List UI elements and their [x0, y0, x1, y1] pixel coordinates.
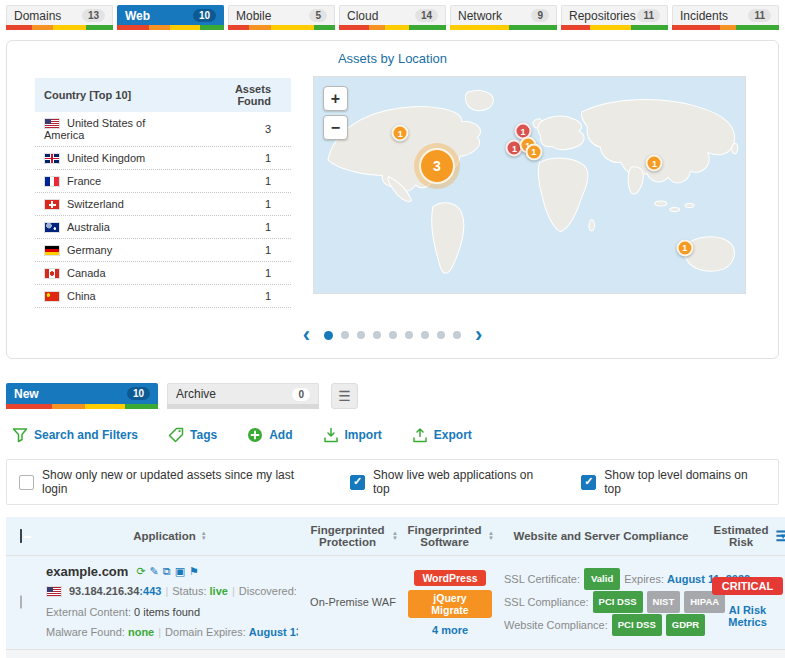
port-link[interactable]: 443 [139, 585, 161, 597]
country-row[interactable]: United Kingdom1 [35, 147, 291, 170]
column-header-estimated-risk[interactable]: Estimated Risk▼ ☰ [704, 517, 785, 556]
sort-icon[interactable]: ▲▼ [392, 531, 398, 541]
tab-label: New [14, 387, 39, 401]
export-button[interactable]: Export [412, 427, 472, 443]
country-flag-icon [44, 176, 60, 187]
risk-distribution-bar [450, 25, 557, 30]
export-icon [412, 427, 428, 443]
tab-repositories[interactable]: Repositories11 [561, 5, 668, 30]
software-badge[interactable]: WordPress [414, 570, 485, 586]
country-row[interactable]: Switzerland1 [35, 193, 291, 216]
carousel-dot[interactable] [341, 331, 349, 339]
edit-icon[interactable]: ✎ [150, 566, 159, 577]
external-content-value: 0 items found [134, 606, 200, 618]
tab-count-badge: 13 [82, 9, 105, 22]
select-all-checkbox[interactable] [20, 529, 22, 543]
carousel-dot[interactable] [324, 331, 333, 340]
column-header-fingerprinted-software[interactable]: Fingerprinted Software▲▼ [402, 517, 498, 556]
domain-expires-label: Domain Expires: [165, 626, 246, 638]
carousel-dot[interactable] [405, 331, 413, 339]
panel-title: Assets by Location [7, 49, 778, 76]
filter-new-updated-assets[interactable]: Show only new or updated assets since my… [19, 468, 320, 496]
cert-expires-label: Expires: [624, 573, 664, 585]
country-name: United Kingdom [67, 152, 145, 164]
tab-label: Mobile [236, 9, 271, 23]
tags-button[interactable]: Tags [168, 427, 217, 443]
carousel-next-icon[interactable]: › [475, 324, 482, 346]
tab-mobile[interactable]: Mobile5 [228, 5, 335, 30]
country-asset-count: 1 [192, 170, 291, 193]
copy-icon[interactable]: ⧉ [163, 566, 171, 577]
column-header-application[interactable]: Application▲▼ [36, 517, 304, 556]
tab-archive[interactable]: Archive0 [167, 383, 319, 409]
country-row[interactable]: Germany1 [35, 239, 291, 262]
import-button[interactable]: Import [323, 427, 382, 443]
carousel-prev-icon[interactable]: ‹ [303, 324, 310, 346]
zoom-out-button[interactable]: − [323, 115, 348, 140]
checkbox[interactable] [19, 475, 34, 490]
tab-label: Incidents [680, 9, 728, 23]
filter-label: Show live web applications on top [373, 468, 551, 496]
add-button[interactable]: Add [247, 427, 292, 443]
compliance-badge: PCI DSS [593, 591, 643, 613]
column-label: Website and Server Compliance [514, 530, 689, 542]
compliance-cell: SSL Certificate:InvalidExpires: April 14… [498, 649, 704, 658]
filter-label: Show only new or updated assets since my… [42, 468, 320, 496]
country-flag-icon [44, 268, 60, 279]
map-marker[interactable]: 1 [392, 125, 409, 142]
tab-network[interactable]: Network9 [450, 5, 557, 30]
filter-live-web-apps-on-top[interactable]: Show live web applications on top [350, 468, 551, 496]
estimated-risk-cell: CRITICAL AI Risk Metrics [704, 649, 785, 658]
column-label: Fingerprinted Software [406, 524, 483, 548]
carousel-dot[interactable] [357, 331, 365, 339]
country-row[interactable]: United States of America3 [35, 112, 291, 147]
map-marker[interactable]: 1 [646, 155, 663, 172]
asset-name[interactable]: example.com [46, 564, 128, 579]
tab-label: Domains [14, 9, 61, 23]
list-menu-button[interactable]: ☰ [331, 383, 358, 409]
country-row[interactable]: France1 [35, 170, 291, 193]
search-and-filters-button[interactable]: Search and Filters [12, 427, 138, 443]
risk-distribution-bar [117, 25, 224, 30]
software-badge[interactable]: jQuery Migrate [408, 590, 492, 618]
carousel-dot[interactable] [389, 331, 397, 339]
filter-top-level-domains-on-top[interactable]: Show top level domains on top [581, 468, 766, 496]
carousel-dot[interactable] [421, 331, 429, 339]
status-value: live [210, 585, 228, 597]
carousel-dot[interactable] [437, 331, 445, 339]
more-software-link[interactable]: 4 more [408, 624, 492, 636]
map-marker[interactable]: 3 [419, 148, 455, 184]
map-marker[interactable]: 1 [525, 143, 542, 160]
column-settings-icon[interactable]: ☰ [775, 528, 785, 544]
sort-icon[interactable]: ▲▼ [201, 531, 207, 541]
zoom-in-button[interactable]: + [323, 86, 348, 111]
checkbox[interactable] [581, 475, 596, 490]
tab-new[interactable]: New10 [6, 383, 158, 409]
tag-icon[interactable]: ⚑ [189, 566, 199, 577]
risk-badge[interactable]: CRITICAL [712, 577, 783, 595]
carousel-dot[interactable] [373, 331, 381, 339]
country-row[interactable]: Canada1 [35, 262, 291, 285]
checkbox[interactable] [350, 475, 365, 490]
tab-web[interactable]: Web10 [117, 5, 224, 30]
country-row[interactable]: China1 [35, 285, 291, 308]
sort-icon[interactable]: ▲▼ [488, 531, 494, 541]
world-map[interactable]: + − 13111111 [313, 76, 746, 294]
column-header-fingerprinted-protection[interactable]: Fingerprinted Protection▲▼ [304, 517, 402, 556]
rescan-icon[interactable]: ⟳ [136, 566, 145, 577]
map-marker[interactable]: 1 [676, 239, 693, 256]
tab-domains[interactable]: Domains13 [6, 5, 113, 30]
carousel-dot[interactable] [453, 331, 461, 339]
screenshot-icon[interactable]: ▣ [175, 566, 185, 577]
tab-label: Repositories [569, 9, 636, 23]
country-row[interactable]: Australia1 [35, 216, 291, 239]
assets-table: Application▲▼ Fingerprinted Protection▲▼… [6, 517, 785, 658]
toolbar-label: Import [345, 428, 382, 442]
tab-cloud[interactable]: Cloud14 [339, 5, 446, 30]
row-checkbox[interactable] [20, 595, 22, 609]
asset-category-tabs: Domains13 Web10 Mobile5 Cloud14 Network9… [6, 5, 779, 30]
country-name: France [67, 175, 101, 187]
tab-incidents[interactable]: Incidents11 [672, 5, 779, 30]
ip-address: 93.184.216.34 [69, 585, 139, 597]
compliance-badge: PCI DSS [612, 614, 662, 636]
